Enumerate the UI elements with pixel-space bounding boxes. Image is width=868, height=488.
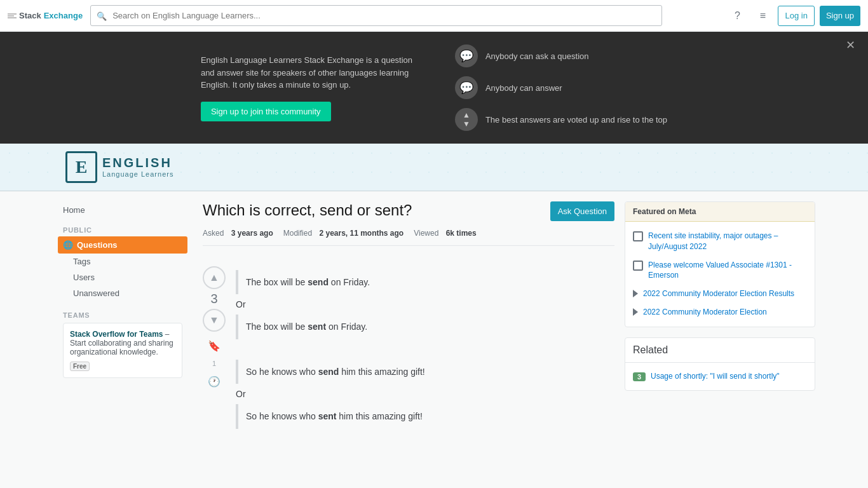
question-meta: Asked 3 years ago Modified 2 years, 11 m…	[203, 229, 614, 246]
community-banner: English Language Learners Stack Exchange…	[0, 32, 868, 144]
banner-feature-vote: ▲ ▼ The best answers are voted up and ri…	[455, 108, 667, 131]
vote-label: The best answers are voted up and rise t…	[485, 115, 667, 125]
related-score-1: 3	[633, 372, 646, 381]
vote-controls: ▲ 3 ▼ 🔖 1 🕐	[203, 266, 226, 433]
banner-features: 💬 Anybody can ask a question 💬 Anybody c…	[455, 44, 667, 131]
related-list: 3 Usage of shortly: "I will send it shor…	[625, 363, 815, 390]
join-community-button[interactable]: Sign up to join this community	[201, 102, 331, 121]
sidebar-item-home[interactable]: Home	[58, 201, 187, 219]
vote-count: 3	[210, 292, 217, 306]
login-button[interactable]: Log in	[778, 6, 814, 26]
meta-asked: Asked 3 years ago	[203, 229, 273, 238]
body-line-4: So he knows who sent him this amazing gi…	[236, 404, 614, 428]
right-sidebar: Featured on Meta Recent site instability…	[625, 201, 815, 443]
sidebar-item-tags[interactable]: Tags	[58, 254, 187, 269]
top-nav: StackExchange 🔍 ? ≡ Log in Sign up	[0, 0, 868, 32]
meta-flag-icon-2	[633, 308, 638, 316]
meta-flag-icon-1	[633, 290, 638, 297]
history-button[interactable]: 🕐	[203, 370, 226, 393]
answer-label: Anybody can answer	[485, 83, 562, 93]
site-header: E ENGLISH Language Learners	[0, 144, 868, 191]
meta-box-icon-1	[633, 231, 643, 241]
inbox-icon: ≡	[760, 10, 766, 22]
site-logo-nav: StackExchange	[8, 11, 83, 20]
sidebar-section-public: PUBLIC	[58, 219, 187, 236]
body-line-1: The box will be send on Friday.	[236, 270, 614, 294]
bookmark-button[interactable]: 🔖	[203, 334, 226, 357]
banner-description-text: English Language Learners Stack Exchange…	[201, 54, 417, 92]
teams-card: Stack Overflow for Teams – Start collabo…	[63, 323, 182, 378]
sidebar-item-questions[interactable]: 🌐 Questions	[58, 236, 187, 254]
stack-exchange-logo-icon	[8, 13, 17, 18]
inbox-button[interactable]: ≡	[752, 6, 773, 26]
sidebar-item-unanswered[interactable]: Unanswered	[58, 285, 187, 301]
questions-label: Questions	[77, 240, 118, 250]
meta-link-3[interactable]: 2022 Community Moderator Election Result…	[643, 288, 794, 299]
upvote-button[interactable]: ▲	[203, 266, 226, 289]
list-item: 2022 Community Moderator Election Result…	[625, 285, 815, 303]
search-input[interactable]	[90, 5, 662, 26]
meta-link-2[interactable]: Please welcome Valued Associate #1301 - …	[648, 260, 807, 281]
site-logo-sub: Language Learners	[102, 170, 173, 179]
stack-text: Stack	[19, 11, 41, 20]
bookmark-count: 1	[212, 360, 216, 367]
meta-modified: Modified 2 years, 11 months ago	[283, 229, 403, 238]
teams-cta: Free	[70, 362, 175, 371]
teams-label: TEAMS	[63, 311, 182, 319]
featured-meta-header: Featured on Meta	[625, 202, 815, 222]
related-header: Related	[625, 338, 815, 363]
featured-meta-box: Featured on Meta Recent site instability…	[625, 201, 815, 327]
site-logo-main: ENGLISH	[102, 155, 173, 170]
featured-meta-list: Recent site instability, major outages –…	[625, 222, 815, 327]
banner-description: English Language Learners Stack Exchange…	[201, 54, 417, 121]
ask-question-button[interactable]: Ask Question	[550, 201, 614, 221]
meta-viewed: Viewed 6k times	[414, 229, 477, 238]
main-layout: Home PUBLIC 🌐 Questions Tags Users Unans…	[53, 191, 815, 453]
list-item: 3 Usage of shortly: "I will send it shor…	[625, 368, 815, 385]
banner-feature-ask: 💬 Anybody can ask a question	[455, 44, 667, 67]
search-bar: 🔍	[90, 5, 662, 26]
meta-link-4[interactable]: 2022 Community Moderator Election	[643, 307, 767, 318]
vote-icon: ▲ ▼	[455, 108, 478, 131]
question-content: The box will be send on Friday. Or The b…	[236, 266, 614, 433]
help-button[interactable]: ?	[727, 6, 747, 26]
downvote-button[interactable]: ▼	[203, 309, 226, 332]
questions-globe-icon: 🌐	[63, 240, 73, 250]
free-badge: Free	[70, 362, 90, 371]
question-title: Which is correct, send or sent?	[203, 201, 550, 219]
list-item: 2022 Community Moderator Election	[625, 303, 815, 322]
ask-label: Anybody can ask a question	[485, 51, 589, 61]
banner-close-button[interactable]: ✕	[846, 38, 855, 52]
site-logo[interactable]: E ENGLISH Language Learners	[65, 151, 173, 183]
content-area: Which is correct, send or sent? Ask Ques…	[193, 201, 625, 443]
site-logo-icon: E	[65, 151, 97, 183]
banner-feature-answer: 💬 Anybody can answer	[455, 76, 667, 99]
ask-icon: 💬	[455, 44, 478, 67]
exchange-text: Exchange	[44, 11, 83, 20]
nav-right: ? ≡ Log in Sign up	[727, 6, 860, 26]
meta-link-1[interactable]: Recent site instability, major outages –…	[648, 231, 807, 252]
signup-button[interactable]: Sign up	[820, 6, 860, 26]
sidebar-teams: TEAMS Stack Overflow for Teams – Start c…	[58, 311, 187, 378]
meta-box-icon-2	[633, 261, 643, 271]
body-line-3: So he knows who send him this amazing gi…	[236, 360, 614, 384]
or-label-2: Or	[236, 389, 614, 399]
or-label-1: Or	[236, 299, 614, 309]
list-item: Please welcome Valued Associate #1301 - …	[625, 256, 815, 285]
question-header: Which is correct, send or sent? Ask Ques…	[203, 201, 614, 221]
question-body: ▲ 3 ▼ 🔖 1 🕐 The box will be send on Frid…	[203, 256, 614, 443]
sidebar-item-users[interactable]: Users	[58, 269, 187, 285]
site-logo-text: ENGLISH Language Learners	[102, 155, 173, 179]
teams-title: Stack Overflow for Teams – Start collabo…	[70, 330, 175, 356]
related-box: Related 3 Usage of shortly: "I will send…	[625, 337, 815, 391]
body-line-2: The box will be sent on Friday.	[236, 315, 614, 339]
list-item: Recent site instability, major outages –…	[625, 227, 815, 256]
answer-icon: 💬	[455, 76, 478, 99]
help-icon: ?	[735, 10, 740, 22]
search-icon: 🔍	[97, 11, 107, 20]
sidebar: Home PUBLIC 🌐 Questions Tags Users Unans…	[53, 201, 193, 443]
related-link-1[interactable]: Usage of shortly: "I will send it shortl…	[651, 372, 780, 381]
